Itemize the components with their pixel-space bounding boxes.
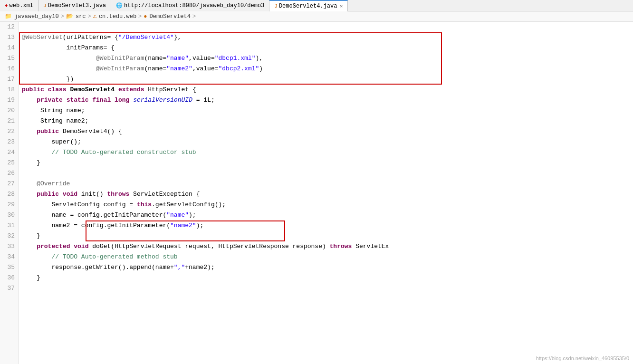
code-line-31: name2 = config.getInitParameter("name2")… — [19, 220, 633, 231]
code-line-21: String name2; — [19, 116, 633, 126]
ln-37: 37 — [2, 283, 15, 294]
ln-17: 17 — [2, 74, 15, 85]
class-icon: ● — [144, 13, 147, 20]
ln-13: 13 — [2, 32, 15, 43]
ln-14: 14 — [2, 43, 15, 53]
breadcrumb-src: src — [76, 13, 86, 20]
ln-24: 24 — [2, 147, 15, 158]
ln-19: 19 — [2, 95, 15, 105]
breadcrumb: 📁 javaweb_day10 > 📂 src > ⚓ cn.tedu.web … — [0, 11, 633, 22]
tab-bar: ♦ web.xml J DemoServlet3.java 🌐 http://l… — [0, 0, 633, 11]
code-line-18: public class DemoServlet4 extends HttpSe… — [19, 85, 633, 95]
code-line-29: ServletConfig config = this.getServletCo… — [19, 200, 633, 210]
ln-20: 20 — [2, 105, 15, 116]
code-line-32: } — [19, 231, 633, 241]
ln-12: 12 — [2, 22, 15, 32]
ln-29: 29 — [2, 200, 15, 210]
code-line-28: public void init() throws ServletExcepti… — [19, 189, 633, 200]
code-line-37 — [19, 283, 633, 294]
code-line-22: public DemoServlet4() { — [19, 126, 633, 137]
tab-close-button[interactable]: ✕ — [340, 3, 343, 9]
code-line-23: super(); — [19, 137, 633, 147]
code-line-20: String name; — [19, 105, 633, 116]
ln-32: 32 — [2, 231, 15, 241]
code-line-36: } — [19, 273, 633, 283]
ln-34: 34 — [2, 252, 15, 262]
ln-33: ▸33 — [2, 241, 15, 252]
code-line-25: } — [19, 158, 633, 168]
code-line-19: private static final long serialVersionU… — [19, 95, 633, 105]
ln-35: 35 — [2, 262, 15, 273]
ln-36: 36 — [2, 273, 15, 283]
tab-demo3-java[interactable]: J DemoServlet3.java — [38, 0, 111, 11]
ln-22: ▸22 — [2, 126, 15, 137]
code-line-30: name = config.getInitParameter("name"); — [19, 210, 633, 220]
project-icon: 📁 — [5, 13, 12, 20]
watermark: https://blog.csdn.net/weixin_46095535/0 — [536, 355, 629, 361]
ln-21: 21 — [2, 116, 15, 126]
src-icon: 📂 — [66, 13, 73, 20]
code-line-33: protected void doGet(HttpServletRequest … — [19, 241, 633, 252]
ln-31: 31 — [2, 220, 15, 231]
code-content: @WebServlet(urlPatterns= {"/DemoServlet4… — [19, 22, 633, 364]
breadcrumb-class: DemoServlet4 — [150, 13, 191, 20]
http-icon: 🌐 — [116, 2, 123, 9]
breadcrumb-project: javaweb_day10 — [14, 13, 59, 20]
code-line-24: // TODO Auto-generated constructor stub — [19, 147, 633, 158]
code-line-35: response.getWriter().append(name+","+nam… — [19, 262, 633, 273]
ln-26: 26 — [2, 168, 15, 179]
tab-demo3-url[interactable]: 🌐 http://localhost:8080/javaweb_day10/de… — [111, 0, 269, 11]
tab-label-demo3-url: http://localhost:8080/javaweb_day10/demo… — [124, 2, 264, 9]
ln-30: 30 — [2, 210, 15, 220]
code-line-16: @WebInitParam(name="name2",value="dbcp2.… — [19, 64, 633, 74]
ln-16: 16 — [2, 64, 15, 74]
xml-icon: ♦ — [5, 3, 8, 9]
breadcrumb-package: cn.tedu.web — [99, 13, 136, 20]
code-line-14: initParams= { — [19, 43, 633, 53]
ln-28: 28 — [2, 189, 15, 200]
ln-25: 25 — [2, 158, 15, 168]
tab-label-web-xml: web.xml — [10, 2, 33, 9]
code-line-13: @WebServlet(urlPatterns= {"/DemoServlet4… — [19, 32, 633, 43]
ln-27: ▸27 — [2, 179, 15, 189]
code-line-27: @Override — [19, 179, 633, 189]
ln-18: 18 — [2, 85, 15, 95]
ln-15: 15 — [2, 53, 15, 64]
pkg-icon: ⚓ — [93, 13, 96, 20]
code-line-15: @WebInitParam(name="name",value="dbcp1.x… — [19, 53, 633, 64]
java-icon-demo4: J — [274, 3, 278, 9]
code-line-17: }) — [19, 74, 633, 85]
tab-demo4-java[interactable]: J DemoServlet4.java ✕ — [269, 0, 348, 11]
ln-23: 23 — [2, 137, 15, 147]
tab-label-demo3-java: DemoServlet3.java — [48, 2, 106, 9]
tab-label-demo4-java: DemoServlet4.java — [279, 3, 337, 10]
line-numbers: 12 13 14 15 16 17 18 19 20 21 ▸22 23 24 … — [0, 22, 19, 364]
code-line-34: // TODO Auto-generated method stub — [19, 252, 633, 262]
code-area: 12 13 14 15 16 17 18 19 20 21 ▸22 23 24 … — [0, 22, 633, 364]
code-line-12 — [19, 22, 633, 32]
tab-web-xml[interactable]: ♦ web.xml — [0, 0, 38, 11]
java-icon-demo3: J — [43, 3, 47, 9]
code-line-26 — [19, 168, 633, 179]
